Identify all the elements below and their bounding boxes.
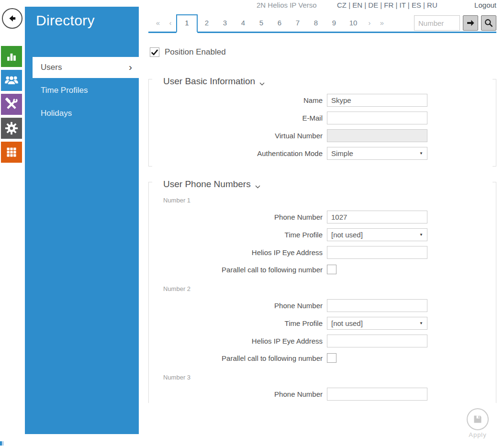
field-row: Authentication ModeSimple▼ xyxy=(163,147,496,160)
section-bracket-right xyxy=(493,79,496,167)
services-tile[interactable] xyxy=(1,118,22,139)
back-button[interactable] xyxy=(2,8,22,29)
field-label-phone-number: Phone Number xyxy=(163,213,323,221)
text-input-phone-number[interactable] xyxy=(327,299,427,312)
field-row: Parallel call to following number xyxy=(163,265,496,274)
field-row: E-Mail xyxy=(163,112,496,124)
group-label: Number 1 xyxy=(163,197,496,204)
back-arrow-icon xyxy=(6,12,18,24)
field-row: Phone Number xyxy=(163,299,496,312)
section-bracket-left xyxy=(148,182,152,403)
field-label-e-mail: E-Mail xyxy=(163,114,323,122)
field-row: Name xyxy=(163,94,496,107)
text-input-e-mail[interactable] xyxy=(327,112,427,124)
chevron-right-icon: › xyxy=(129,62,132,72)
text-input-phone-number[interactable] xyxy=(327,388,427,401)
system-tile[interactable] xyxy=(1,142,22,163)
page-title: Directory xyxy=(36,12,139,29)
apply-label: Apply xyxy=(463,431,492,438)
dropdown-arrow-icon: ▼ xyxy=(419,233,423,237)
field-label-authentication-mode: Authentication Mode xyxy=(163,149,323,157)
sidebar-item-holidays[interactable]: Holidays xyxy=(25,102,139,125)
section-bracket-right xyxy=(493,182,496,403)
text-input-helios-ip-eye-address[interactable] xyxy=(327,246,427,259)
sidebar-item-label: Time Profiles xyxy=(41,86,88,95)
section-title-text: User Phone Numbers xyxy=(163,179,251,190)
section-bracket-left xyxy=(148,79,152,167)
section-title: User Basic Information xyxy=(163,75,496,88)
section-collapse-icon[interactable] xyxy=(259,78,265,88)
gear-icon xyxy=(4,121,19,136)
text-input-phone-number[interactable] xyxy=(327,211,427,224)
field-row: Helios IP Eye Address xyxy=(163,246,496,259)
section-user-basic-information: User Basic InformationNameE-MailVirtual … xyxy=(148,75,496,160)
position-enabled-row: Position Enabled xyxy=(150,47,496,57)
section-menu: Users›Time ProfilesHolidays xyxy=(25,57,139,125)
section-title: User Phone Numbers xyxy=(163,178,496,190)
number-group-number-2: Number 2Phone NumberTime Profile[not use… xyxy=(163,285,496,363)
group-label: Number 3 xyxy=(163,374,496,381)
floppy-disk-icon xyxy=(473,414,482,424)
status-tile[interactable] xyxy=(1,46,22,67)
position-enabled-label: Position Enabled xyxy=(165,47,226,57)
field-label-name: Name xyxy=(163,96,323,104)
field-row: Helios IP Eye Address xyxy=(163,335,496,347)
checkbox-parallel-call-to-following-number[interactable] xyxy=(327,353,336,363)
select-time-profile[interactable]: [not used]▼ xyxy=(327,228,427,241)
directory-panel: Directory Users›Time ProfilesHolidays xyxy=(25,7,139,434)
sidebar-item-users[interactable]: Users› xyxy=(33,57,139,78)
apply-circle xyxy=(467,408,489,430)
sidebar-item-label: Users xyxy=(41,63,62,72)
field-label-time-profile: Time Profile xyxy=(163,231,323,239)
users-group-icon xyxy=(3,72,20,89)
number-group-number-1: Number 1Phone NumberTime Profile[not use… xyxy=(163,197,496,274)
field-label-time-profile: Time Profile xyxy=(163,319,323,327)
select-value: [not used] xyxy=(331,319,419,327)
section-title-text: User Basic Information xyxy=(163,76,255,87)
field-label-phone-number: Phone Number xyxy=(163,302,323,310)
group-label: Number 2 xyxy=(163,285,496,292)
select-authentication-mode[interactable]: Simple▼ xyxy=(327,147,427,160)
select-value: Simple xyxy=(331,149,419,157)
directory-tile[interactable] xyxy=(1,70,22,91)
checkbox-parallel-call-to-following-number[interactable] xyxy=(327,265,336,274)
section-body: NameE-MailVirtual NumberAuthentication M… xyxy=(163,94,496,160)
apply-button[interactable]: Apply xyxy=(463,408,492,438)
section-collapse-icon[interactable] xyxy=(255,180,260,191)
field-label-virtual-number: Virtual Number xyxy=(163,132,323,140)
field-row: Parallel call to following number xyxy=(163,353,496,363)
field-label-phone-number: Phone Number xyxy=(163,390,323,398)
field-row: Time Profile[not used]▼ xyxy=(163,228,496,241)
select-time-profile[interactable]: [not used]▼ xyxy=(327,317,427,330)
text-input-virtual-number xyxy=(327,129,427,142)
dropdown-arrow-icon: ▼ xyxy=(419,151,423,156)
check-icon xyxy=(151,49,158,56)
field-row: Phone Number xyxy=(163,388,496,401)
page-tab-1[interactable]: 1 xyxy=(176,14,198,33)
field-label-parallel-call-to-following-number: Parallel call to following number xyxy=(163,266,323,274)
position-enabled-checkbox[interactable] xyxy=(150,47,159,57)
field-row: Time Profile[not used]▼ xyxy=(163,317,496,330)
sidebar-item-time-profiles[interactable]: Time Profiles xyxy=(25,79,139,102)
select-value: [not used] xyxy=(331,231,419,239)
grid-icon xyxy=(4,145,19,159)
field-label-helios-ip-eye-address: Helios IP Eye Address xyxy=(163,248,323,257)
field-row: Phone Number xyxy=(163,211,496,224)
sidebar-item-label: Holidays xyxy=(41,109,72,118)
section-user-phone-numbers: User Phone NumbersNumber 1Phone NumberTi… xyxy=(148,178,496,401)
field-label-parallel-call-to-following-number: Parallel call to following number xyxy=(163,354,323,362)
dropdown-arrow-icon: ▼ xyxy=(419,321,423,325)
number-group-number-3: Number 3Phone Number xyxy=(163,374,496,401)
section-body: Number 1Phone NumberTime Profile[not use… xyxy=(163,197,496,401)
field-label-helios-ip-eye-address: Helios IP Eye Address xyxy=(163,337,323,345)
field-row: Virtual Number xyxy=(163,129,496,142)
bar-chart-icon xyxy=(4,49,19,64)
hardware-tile[interactable] xyxy=(1,94,22,115)
text-input-name[interactable] xyxy=(327,94,427,107)
scroll-artifact xyxy=(0,441,4,446)
text-input-helios-ip-eye-address[interactable] xyxy=(327,335,427,347)
tools-icon xyxy=(4,97,19,112)
main-content: Position Enabled User Basic InformationN… xyxy=(148,0,496,401)
